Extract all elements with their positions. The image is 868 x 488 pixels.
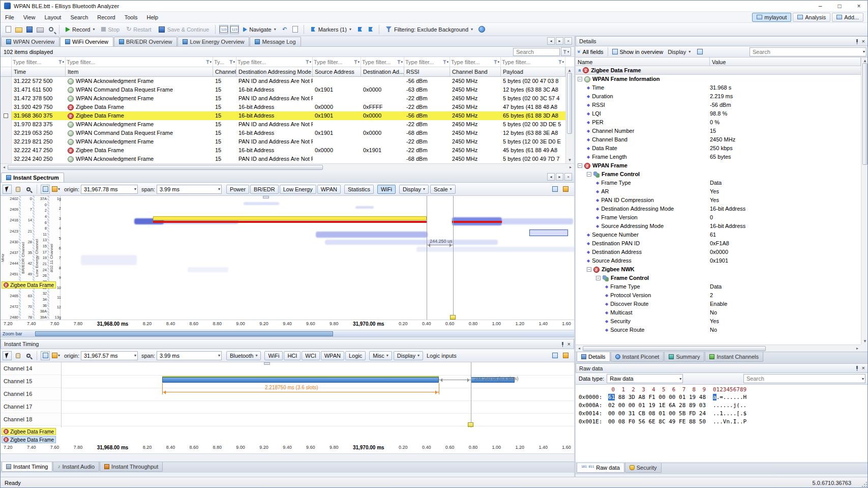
filter-cell[interactable]: Type filter...▾ xyxy=(12,57,66,67)
timing-cursor-handle[interactable] xyxy=(468,422,473,427)
record-button[interactable]: Record▾ xyxy=(63,25,97,34)
details-row[interactable]: ◆Data Rate250 kbps xyxy=(576,144,861,153)
restart-button[interactable]: ↻Restart xyxy=(124,25,154,34)
layout-button-analysis[interactable]: Analysis xyxy=(793,13,830,22)
details-row[interactable]: ◆Time31.968 s xyxy=(576,83,861,92)
details-row[interactable]: ◆RSSI-56 dBm xyxy=(576,101,861,109)
details-row[interactable]: ◆Duration2.219 ms xyxy=(576,92,861,101)
plot-handle[interactable] xyxy=(263,196,269,198)
numbering-icon-2[interactable]: 123 xyxy=(230,25,239,34)
details-row[interactable]: ◆Destination PAN ID0xF1A8 xyxy=(576,239,861,248)
details-display-button[interactable]: Display▾ xyxy=(665,48,693,56)
misc-button[interactable]: Misc▾ xyxy=(369,351,392,360)
details-row[interactable]: ◆Source Address0x1901 xyxy=(576,256,861,265)
details-row[interactable]: ◆Destination Address0x0000 xyxy=(576,248,861,256)
find-icon[interactable] xyxy=(46,25,55,34)
table-row[interactable]: 32.224 240 250WPAN Acknowledgment Frame1… xyxy=(1,155,565,163)
details-vertical-scrollbar[interactable]: ▲ ▼ xyxy=(861,58,868,345)
details-row[interactable]: ◆Frame Length65 bytes xyxy=(576,153,861,161)
tab-instant-spectrum[interactable]: Instant Spectrum xyxy=(1,173,64,182)
prev-marker-icon[interactable] xyxy=(355,25,365,34)
rawdata-search-input[interactable]: Search▾ xyxy=(743,374,865,383)
save-icon[interactable] xyxy=(25,25,34,34)
spectrum-span-combo[interactable]: 3.99 ms▾ xyxy=(157,185,222,194)
statistics-button[interactable]: Statistics xyxy=(344,185,374,194)
tab-instant-throughput[interactable]: Instant Throughput xyxy=(100,462,163,472)
spectrum-scale-button[interactable]: Scale▾ xyxy=(430,185,456,194)
layout-button-mylayout[interactable]: mylayout xyxy=(752,13,791,22)
wifi-button[interactable]: WiFi xyxy=(264,351,283,360)
details-row[interactable]: ◆Source RouteNo xyxy=(576,326,861,334)
rawdata-pin-icon[interactable] xyxy=(854,365,860,371)
tab-instant-audio[interactable]: ♪Instant Audio xyxy=(53,462,99,472)
details-row[interactable]: »ZZigbee Data Frame xyxy=(576,66,861,75)
maximize-button[interactable]: □ xyxy=(830,1,849,11)
timing-frame-tag[interactable]: ZZigbee Data Frame xyxy=(2,436,56,443)
spectrum-cursor-handle[interactable] xyxy=(450,315,456,320)
data-type-select[interactable]: Raw data▾ xyxy=(607,374,683,383)
details-row[interactable]: ◆Sequence Number61 xyxy=(576,231,861,239)
spectrum-origin-combo[interactable]: 31,967.78 ms▾ xyxy=(81,185,138,194)
hex-row[interactable]: 0x0014:00 00 31 CB 08 01 00 5B FD 24..1.… xyxy=(579,410,868,418)
table-row[interactable]: 31.970 823 375WPAN Acknowledgment Frame1… xyxy=(1,120,565,129)
details-row[interactable]: ◆Frame TypeData xyxy=(576,179,861,187)
pan-hand-icon[interactable] xyxy=(13,185,22,194)
details-row[interactable]: ◆MulticastNo xyxy=(576,308,861,317)
spectrum-fit-icon[interactable] xyxy=(561,185,570,194)
tab-details[interactable]: Details xyxy=(577,352,610,362)
logic-inputs-label[interactable]: Logic inputs xyxy=(427,353,457,359)
column-header-item[interactable]: Item xyxy=(66,67,213,76)
show-in-overview-button[interactable]: Show in overview xyxy=(620,49,664,55)
details-value-column[interactable]: Value xyxy=(710,58,861,66)
timing-origin-combo[interactable]: 31,967.57 ms▾ xyxy=(81,351,138,360)
column-header-channel-band[interactable]: Channel Band xyxy=(450,67,501,76)
hex-row[interactable]: 0x000A:02 00 00 01 19 1E 6A 28 89 03....… xyxy=(579,401,868,410)
details-row[interactable]: ◆Channel Band2450 MHz xyxy=(576,135,861,144)
details-row[interactable]: ◆Protocol Version2 xyxy=(576,291,861,300)
details-name-column[interactable]: Name xyxy=(576,58,710,66)
filtering-button[interactable]: Filtering: Exclude Background▾ xyxy=(383,25,475,34)
timing-grid-view-icon[interactable] xyxy=(41,351,50,360)
menu-view[interactable]: View xyxy=(19,13,40,22)
tabs-scroll-left-icon[interactable]: ◂ xyxy=(547,37,555,45)
details-columns-icon[interactable] xyxy=(695,47,704,56)
menu-search[interactable]: Search xyxy=(66,13,93,22)
wifi-button[interactable]: WiFi xyxy=(377,185,396,194)
expander-icon[interactable]: − xyxy=(587,267,591,272)
timing-frame-bar[interactable] xyxy=(162,377,439,383)
menu-file[interactable]: File xyxy=(1,13,19,22)
column-header-rssi[interactable]: RSSI xyxy=(404,67,450,76)
details-row[interactable]: ◆Source Addressing Mode16-bit Address xyxy=(576,222,861,231)
menu-layout[interactable]: Layout xyxy=(40,13,66,22)
numbering-icon-1[interactable]: 123 xyxy=(219,25,228,34)
details-row[interactable]: ◆Destination Addressing Mode16-bit Addre… xyxy=(576,205,861,213)
table-search-button[interactable]: ▾ xyxy=(561,47,571,56)
timing-pin-icon[interactable] xyxy=(560,341,565,347)
next-marker-icon[interactable] xyxy=(366,25,375,34)
column-header-time[interactable]: Time xyxy=(12,67,66,76)
spectrum-plot[interactable]: 244.250 us xyxy=(61,196,574,320)
table-vertical-scrollbar[interactable]: ▲ ▼ xyxy=(565,67,574,163)
column-header-destination-ad[interactable]: Destination Ad... xyxy=(361,67,404,76)
details-row[interactable]: ◆PAN ID CompressionYes xyxy=(576,196,861,205)
tab-br-edr-overview[interactable]: BR/EDR Overview xyxy=(114,37,177,46)
select-cursor-icon[interactable] xyxy=(3,185,12,194)
filter-cell[interactable]: Type filter...▾ xyxy=(313,57,361,67)
column-header-destination-addressing-mode[interactable]: Destination Addressing Mode xyxy=(236,67,313,76)
table-row[interactable]: 32.219 821 250WPAN Acknowledgment Frame1… xyxy=(1,137,565,146)
details-row[interactable]: ◆ARYes xyxy=(576,187,861,196)
tab-message-log[interactable]: Message Log xyxy=(250,37,301,46)
tab-instant-piconet[interactable]: Instant Piconet xyxy=(611,352,664,362)
timing-close-icon[interactable]: × xyxy=(567,341,571,347)
timing-plot-handle[interactable] xyxy=(264,362,270,365)
rawdata-close-icon[interactable]: × xyxy=(862,365,865,371)
details-row[interactable]: −ZZigbee NWK xyxy=(576,265,861,274)
filter-cell[interactable]: Type filter...▾ xyxy=(450,57,501,67)
tab-wpan-overview[interactable]: WPAN Overview xyxy=(1,37,59,46)
table-row[interactable]: 32.222 417 250ZZigbee Data Frame1516-bit… xyxy=(1,146,565,155)
timing-cursor-line[interactable] xyxy=(471,362,471,427)
open-file-icon[interactable] xyxy=(14,25,23,34)
tab-security[interactable]: Security xyxy=(625,463,662,473)
timing-copy-image-icon[interactable] xyxy=(550,351,559,360)
table-row[interactable]: 31.222 572 500WPAN Acknowledgment Frame1… xyxy=(1,77,565,85)
